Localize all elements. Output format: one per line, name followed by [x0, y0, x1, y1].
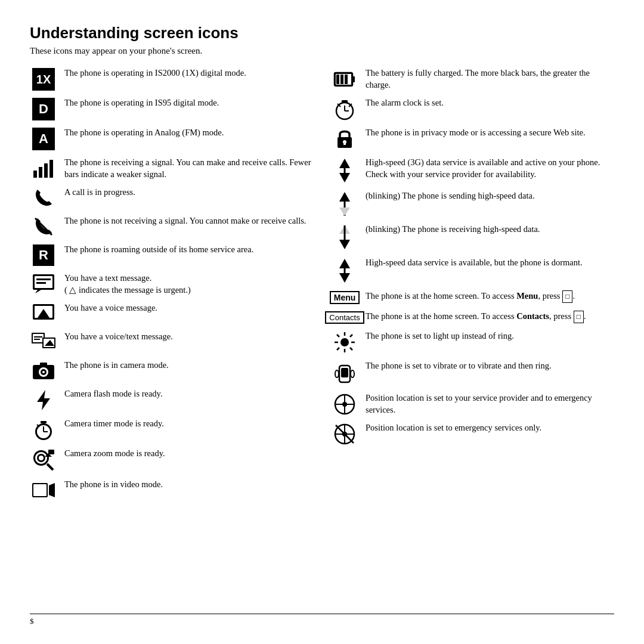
list-item: You have a voice/text message. — [30, 330, 313, 353]
list-item: The phone is set to vibrate or to vibrat… — [331, 360, 614, 386]
svg-rect-7 — [36, 278, 51, 280]
camera-icon — [30, 359, 57, 382]
vibrate-icon — [331, 360, 358, 386]
svg-rect-3 — [49, 160, 53, 178]
battery-icon — [331, 67, 358, 91]
page-number: $ — [30, 617, 34, 626]
list-item: The phone is set to light up instead of … — [331, 330, 614, 354]
page-title: Understanding screen icons — [30, 24, 614, 42]
contacts-screen-icon: Contacts — [331, 310, 358, 324]
svg-marker-23 — [37, 390, 50, 410]
svg-marker-57 — [339, 173, 350, 182]
d-icon: D — [30, 97, 57, 120]
zoom-icon — [30, 447, 57, 472]
svg-rect-13 — [33, 334, 44, 342]
svg-point-78 — [335, 370, 339, 377]
list-item: High-speed data service is available, bu… — [331, 256, 614, 284]
svg-point-79 — [351, 370, 354, 377]
svg-marker-66 — [339, 273, 350, 283]
svg-rect-45 — [352, 76, 355, 82]
svg-marker-39 — [49, 483, 55, 497]
footer: $ — [30, 614, 614, 626]
svg-line-72 — [337, 335, 339, 337]
data-active-3g-icon — [331, 156, 358, 184]
roaming-icon: R — [30, 243, 57, 266]
voice-message-icon — [30, 302, 57, 324]
svg-marker-55 — [339, 159, 350, 168]
timer-icon — [30, 417, 57, 441]
svg-rect-1 — [39, 167, 42, 178]
urgent-note: ( △ indicates the message is urgent.) — [64, 285, 191, 295]
data-receiving-icon — [331, 223, 358, 250]
light-ring-icon — [331, 330, 358, 354]
right-column: The battery is fully charged. The more b… — [331, 67, 614, 608]
call-icon — [30, 186, 57, 209]
video-icon — [30, 478, 57, 501]
list-item: Position location is set to emergency se… — [331, 422, 614, 445]
position-all-icon — [331, 392, 358, 416]
menu-button: □ — [562, 290, 572, 303]
svg-line-73 — [350, 348, 352, 350]
list-item: Contacts The phone is at the home screen… — [331, 310, 614, 324]
svg-rect-15 — [34, 339, 40, 340]
svg-rect-35 — [48, 450, 54, 454]
svg-rect-38 — [33, 484, 47, 496]
contacts-label-icon: Contacts — [325, 311, 364, 324]
svg-rect-2 — [44, 163, 48, 178]
svg-point-83 — [342, 402, 347, 407]
svg-rect-54 — [343, 142, 346, 145]
list-item: (blinking) The phone is receiving high-s… — [331, 223, 614, 250]
signal-icon — [30, 156, 57, 180]
list-item: A call is in progress. — [30, 186, 313, 209]
list-item: D The phone is operating in IS95 digital… — [30, 97, 313, 120]
list-item: The phone is not receiving a signal. You… — [30, 215, 313, 237]
data-sending-icon — [331, 190, 358, 217]
subtitle: These icons may appear on your phone's s… — [30, 46, 614, 56]
a-icon: A — [30, 126, 57, 150]
list-item: R The phone is roaming outside of its ho… — [30, 243, 313, 266]
text-message-icon — [30, 272, 57, 295]
left-column: 1X The phone is operating in IS2000 (1X)… — [30, 67, 331, 608]
flash-icon — [30, 388, 57, 411]
contacts-button: □ — [574, 311, 584, 323]
svg-line-74 — [350, 335, 352, 337]
list-item: Camera zoom mode is ready. — [30, 447, 313, 472]
position-emergency-icon — [331, 422, 358, 445]
page: Understanding screen icons These icons m… — [0, 0, 644, 644]
svg-marker-63 — [339, 240, 350, 249]
svg-rect-77 — [341, 368, 348, 377]
alarm-icon — [331, 97, 358, 120]
list-item: You have a text message. ( △ indicates t… — [30, 272, 313, 296]
list-item: The alarm clock is set. — [331, 97, 614, 120]
svg-rect-0 — [33, 171, 37, 178]
svg-rect-28 — [41, 421, 47, 423]
svg-point-21 — [42, 371, 45, 373]
svg-rect-14 — [34, 336, 42, 338]
list-item: The phone is receiving a signal. You can… — [30, 156, 313, 180]
voice-text-message-icon — [30, 330, 57, 353]
list-item: High-speed (3G) data service is availabl… — [331, 156, 614, 184]
svg-line-75 — [337, 348, 339, 350]
list-item: The phone is in privacy mode or is acces… — [331, 126, 614, 150]
svg-marker-60 — [339, 208, 350, 216]
svg-rect-51 — [342, 100, 348, 103]
data-dormant-icon — [331, 256, 358, 284]
list-item: The phone is in video mode. — [30, 478, 313, 501]
list-item: 1X The phone is operating in IS2000 (1X)… — [30, 67, 313, 91]
list-item: The battery is fully charged. The more b… — [331, 67, 614, 91]
svg-rect-22 — [40, 363, 47, 366]
svg-point-67 — [340, 338, 349, 346]
svg-marker-64 — [339, 259, 350, 268]
list-item: A The phone is operating in Analog (FM) … — [30, 126, 313, 150]
1x-icon: 1X — [30, 67, 57, 91]
svg-rect-44 — [345, 75, 348, 84]
menu-screen-icon: Menu — [331, 290, 358, 304]
list-item: Position location is set to your service… — [331, 392, 614, 416]
lock-icon — [331, 126, 358, 150]
columns: 1X The phone is operating in IS2000 (1X)… — [30, 67, 614, 608]
list-item: Camera timer mode is ready. — [30, 417, 313, 441]
svg-marker-58 — [339, 192, 350, 202]
list-item: Camera flash mode is ready. — [30, 388, 313, 411]
svg-rect-8 — [36, 282, 46, 284]
list-item: You have a voice message. — [30, 302, 313, 324]
